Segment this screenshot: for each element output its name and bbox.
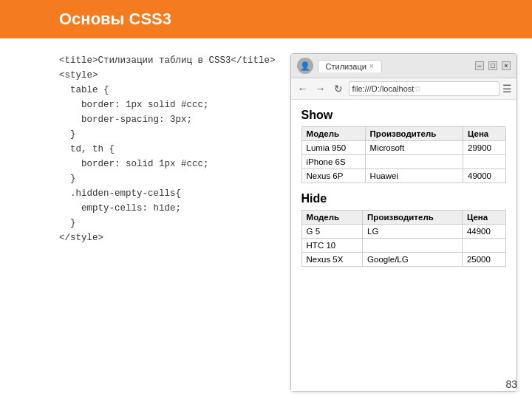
cell: Google/LG	[363, 253, 463, 267]
cell: G 5	[301, 225, 363, 239]
table-row: iPhone 6S	[301, 155, 505, 169]
table-row: Lumia 950 Microsoft 29900	[301, 141, 505, 155]
forward-button[interactable]: →	[313, 81, 328, 96]
header-bar: Основы CSS3	[0, 0, 532, 38]
cell: 44900	[462, 225, 505, 239]
maximize-button[interactable]: □	[488, 61, 497, 70]
cell: Lumia 950	[301, 141, 365, 155]
address-text: file:///D:/localhost	[352, 84, 415, 93]
cell	[363, 239, 463, 253]
page-title: Основы CSS3	[59, 10, 171, 29]
browser-titlebar: 👤 Стилизаци × – □ ×	[291, 54, 516, 78]
cell: 49000	[463, 169, 505, 183]
address-bar[interactable]: file:///D:/localhost ☆	[349, 81, 499, 96]
avatar: 👤	[297, 58, 313, 74]
cell	[462, 239, 505, 253]
table-row: Nexus 6P Huawei 49000	[301, 169, 505, 183]
main-content: <title>Стилизации таблиц в CSS3</title> …	[0, 38, 532, 399]
code-block: <title>Стилизации таблиц в CSS3</title> …	[59, 53, 276, 392]
hide-col-model: Модель	[301, 211, 363, 225]
cell: Nexus 6P	[301, 169, 365, 183]
hide-col-brand: Производитель	[363, 211, 463, 225]
show-table: Модель Производитель Цена Lumia 950 Micr…	[301, 126, 506, 183]
table-row: HTC 10	[301, 239, 505, 253]
table-row: Nexus 5X Google/LG 25000	[301, 253, 505, 267]
cell	[463, 155, 505, 169]
cell: Nexus 5X	[301, 253, 363, 267]
show-col-brand: Производитель	[365, 127, 463, 141]
menu-icon[interactable]: ☰	[502, 83, 512, 95]
cell: 29900	[463, 141, 505, 155]
refresh-button[interactable]: ↻	[331, 81, 346, 96]
cell: Huawei	[365, 169, 463, 183]
show-section-title: Show	[301, 109, 506, 122]
show-col-price: Цена	[463, 127, 505, 141]
cell: 25000	[462, 253, 505, 267]
tab-label: Стилизаци	[326, 62, 366, 71]
minimize-button[interactable]: –	[475, 61, 484, 70]
table-row: G 5 LG 44900	[301, 225, 505, 239]
cell: Microsoft	[365, 141, 463, 155]
browser-tab[interactable]: Стилизаци ×	[318, 60, 382, 72]
hide-table: Модель Производитель Цена G 5 LG 44900 H…	[301, 210, 506, 267]
browser-body: Show Модель Производитель Цена Lumia 950…	[291, 100, 516, 391]
browser-mockup: 👤 Стилизаци × – □ × ← → ↻ file:///D:/loc…	[290, 53, 517, 392]
page-number: 83	[505, 378, 517, 390]
back-button[interactable]: ←	[296, 81, 310, 96]
browser-toolbar: ← → ↻ file:///D:/localhost ☆ ☰	[291, 78, 516, 100]
window-controls: – □ ×	[475, 61, 511, 70]
star-icon: ☆	[414, 83, 422, 94]
cell: iPhone 6S	[301, 155, 365, 169]
hide-section-title: Hide	[301, 192, 506, 205]
cell: HTC 10	[301, 239, 363, 253]
close-button[interactable]: ×	[502, 61, 511, 70]
show-col-model: Модель	[301, 127, 365, 141]
cell: LG	[363, 225, 463, 239]
hide-col-price: Цена	[462, 211, 505, 225]
cell	[365, 155, 463, 169]
tab-close-icon[interactable]: ×	[369, 62, 374, 70]
